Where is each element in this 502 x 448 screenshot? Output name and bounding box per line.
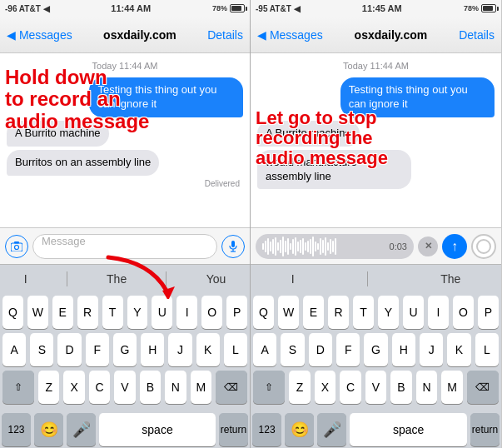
- key-g[interactable]: G: [113, 333, 137, 366]
- key-q-2[interactable]: Q: [253, 296, 274, 329]
- key-j[interactable]: J: [168, 333, 191, 366]
- key-g-2[interactable]: G: [364, 333, 387, 366]
- key-l-2[interactable]: L: [475, 333, 499, 366]
- status-time-2: 11:45 AM: [362, 3, 402, 13]
- key-z[interactable]: Z: [38, 371, 59, 404]
- key-o[interactable]: O: [201, 296, 222, 329]
- cancel-audio-button[interactable]: ✕: [418, 236, 438, 256]
- key-n-2[interactable]: N: [416, 371, 438, 404]
- key-w[interactable]: W: [27, 296, 48, 329]
- key-b-2[interactable]: B: [390, 371, 412, 404]
- key-delete[interactable]: ⌫: [216, 371, 247, 404]
- key-f[interactable]: F: [86, 333, 109, 366]
- key-h-2[interactable]: H: [392, 333, 415, 366]
- table-row: Burritos on an assembly line: [7, 150, 243, 176]
- autocorrect-the-2[interactable]: The: [432, 272, 469, 286]
- key-l[interactable]: L: [224, 333, 247, 366]
- key-e-2[interactable]: E: [303, 296, 324, 329]
- key-x-2[interactable]: X: [315, 371, 336, 404]
- autocorrect-i-2[interactable]: I: [283, 272, 303, 286]
- key-m-2[interactable]: M: [441, 371, 463, 404]
- camera-icon-1: [11, 241, 22, 251]
- overlay-text-1: Hold downto record anaudio message: [5, 67, 149, 132]
- send-audio-button[interactable]: ↑: [442, 234, 467, 259]
- key-return-1[interactable]: return: [219, 413, 248, 446]
- key-delete-2[interactable]: ⌫: [467, 371, 499, 404]
- key-i[interactable]: I: [176, 296, 197, 329]
- key-h[interactable]: H: [141, 333, 164, 366]
- arrow-icon-1: [100, 249, 175, 299]
- key-j-2[interactable]: J: [420, 333, 443, 366]
- key-numbers-2[interactable]: 123: [252, 413, 281, 446]
- back-button-1[interactable]: ◀ Messages: [7, 28, 72, 42]
- key-y-2[interactable]: Y: [378, 296, 399, 329]
- bubble-received-2: Burritos on an assembly line: [7, 150, 159, 176]
- key-row-z: ⇧ Z X C V B N M ⌫: [2, 371, 247, 404]
- key-numbers-1[interactable]: 123: [2, 413, 31, 446]
- details-button-2[interactable]: Details: [459, 28, 495, 42]
- key-mic-2[interactable]: 🎤: [317, 413, 346, 446]
- status-left-2: -95 AT&T ◀: [256, 4, 301, 13]
- key-k[interactable]: K: [196, 333, 220, 366]
- key-r[interactable]: R: [77, 296, 98, 329]
- key-row-q-2: Q W E R T Y U I O P: [253, 296, 499, 329]
- key-v-2[interactable]: V: [365, 371, 387, 404]
- key-c-2[interactable]: C: [340, 371, 361, 404]
- nav-bar-2: ◀ Messages osxdaily.com Details: [251, 17, 501, 53]
- battery-icon-1: [230, 4, 245, 12]
- key-c[interactable]: C: [89, 371, 110, 404]
- key-p[interactable]: P: [226, 296, 247, 329]
- key-w-2[interactable]: W: [278, 296, 299, 329]
- camera-button-1[interactable]: [5, 235, 28, 258]
- audio-input-area-2: 0:03 ✕ ↑: [251, 227, 501, 264]
- key-v[interactable]: V: [114, 371, 135, 404]
- key-shift-2[interactable]: ⇧: [253, 371, 285, 404]
- key-space-1[interactable]: space: [99, 413, 216, 446]
- details-button-1[interactable]: Details: [207, 28, 243, 42]
- key-b[interactable]: B: [140, 371, 161, 404]
- key-i-2[interactable]: I: [428, 296, 449, 329]
- overlay-arrow-1: [100, 249, 175, 302]
- key-f-2[interactable]: F: [336, 333, 360, 366]
- back-button-2[interactable]: ◀ Messages: [257, 28, 323, 42]
- key-m[interactable]: M: [191, 371, 211, 404]
- status-bar-2: -95 AT&T ◀ 11:45 AM 78%: [251, 0, 501, 17]
- key-z-2[interactable]: Z: [289, 371, 311, 404]
- key-t-2[interactable]: T: [353, 296, 374, 329]
- key-shift[interactable]: ⇧: [2, 371, 34, 404]
- overlay-text-2: Let go to stoprecording theaudio message: [256, 108, 388, 169]
- status-right-2: 78%: [464, 4, 496, 12]
- key-mic-1[interactable]: 🎤: [67, 413, 96, 446]
- key-x[interactable]: X: [63, 371, 84, 404]
- key-n[interactable]: N: [165, 371, 186, 404]
- key-r-2[interactable]: R: [328, 296, 349, 329]
- key-p-2[interactable]: P: [478, 296, 499, 329]
- autocorrect-i-1[interactable]: I: [16, 272, 36, 286]
- key-k-2[interactable]: K: [447, 333, 470, 366]
- key-row-a: A S D F G H J K L: [2, 333, 247, 366]
- key-e[interactable]: E: [52, 296, 73, 329]
- record-button[interactable]: [471, 234, 496, 259]
- nav-title-2: osxdaily.com: [355, 28, 428, 42]
- date-label-2: Today 11:44 AM: [257, 61, 495, 71]
- key-a[interactable]: A: [2, 333, 26, 366]
- key-q[interactable]: Q: [2, 296, 23, 329]
- key-s-2[interactable]: S: [281, 333, 304, 366]
- svg-rect-3: [231, 241, 235, 247]
- timer-label: 0:03: [390, 241, 407, 251]
- key-d-2[interactable]: D: [309, 333, 332, 366]
- key-a-2[interactable]: A: [253, 333, 276, 366]
- key-s[interactable]: S: [30, 333, 53, 366]
- key-return-2[interactable]: return: [470, 413, 500, 446]
- key-u-2[interactable]: U: [403, 296, 424, 329]
- status-time-1: 11:44 AM: [111, 3, 151, 13]
- status-bar-1: -96 AT&T ◀ 11:44 AM 78%: [0, 0, 250, 17]
- key-d[interactable]: D: [57, 333, 81, 366]
- mic-button-1[interactable]: [221, 235, 245, 258]
- autocorrect-you-1[interactable]: You: [198, 272, 235, 286]
- key-emoji-1[interactable]: 😊: [34, 413, 63, 446]
- main-container: -96 AT&T ◀ 11:44 AM 78% ◀ Messages osxda…: [0, 0, 502, 448]
- key-emoji-2[interactable]: 😊: [285, 413, 314, 446]
- key-space-2[interactable]: space: [350, 413, 467, 446]
- key-o-2[interactable]: O: [453, 296, 474, 329]
